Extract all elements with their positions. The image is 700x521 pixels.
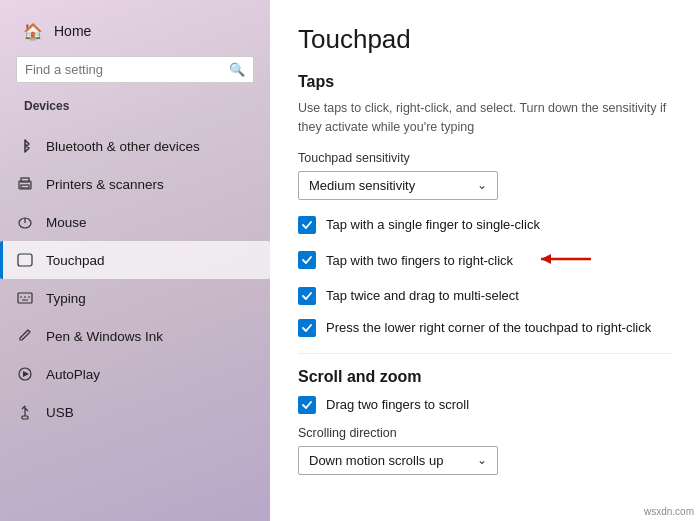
printer-icon [16, 175, 34, 193]
bluetooth-icon [16, 137, 34, 155]
sidebar-item-mouse[interactable]: Mouse [0, 203, 270, 241]
sidebar-item-label: Typing [46, 291, 86, 306]
section-divider [298, 353, 672, 354]
sidebar-item-autoplay[interactable]: AutoPlay [0, 355, 270, 393]
scroll-section-title: Scroll and zoom [298, 368, 672, 386]
sensitivity-dropdown[interactable]: Medium sensitivity ⌄ [298, 171, 498, 200]
checkbox-two-fingers-box[interactable] [298, 251, 316, 269]
usb-icon [16, 403, 34, 421]
sidebar: 🏠 Home 🔍 Devices Bluetooth & other devic… [0, 0, 270, 521]
checkbox-two-fingers-label: Tap with two fingers to right-click [326, 253, 513, 268]
home-icon: 🏠 [24, 22, 42, 40]
svg-rect-6 [18, 293, 32, 303]
search-icon: 🔍 [229, 62, 245, 77]
checkbox-lower-right-box[interactable] [298, 319, 316, 337]
sidebar-item-pen[interactable]: Pen & Windows Ink [0, 317, 270, 355]
sidebar-nav: Bluetooth & other devices Printers & sca… [0, 127, 270, 431]
sensitivity-label: Touchpad sensitivity [298, 151, 672, 165]
checkbox-drag-scroll-box[interactable] [298, 396, 316, 414]
red-arrow-annotation [533, 248, 593, 273]
sidebar-item-label: USB [46, 405, 74, 420]
svg-rect-5 [18, 254, 32, 266]
sidebar-item-label: Mouse [46, 215, 87, 230]
taps-description: Use taps to click, right-click, and sele… [298, 99, 672, 137]
autoplay-icon [16, 365, 34, 383]
page-title: Touchpad [298, 24, 672, 55]
sidebar-item-label: Touchpad [46, 253, 105, 268]
checkbox-lower-right-label: Press the lower right corner of the touc… [326, 320, 651, 335]
sidebar-item-usb[interactable]: USB [0, 393, 270, 431]
sidebar-item-typing[interactable]: Typing [0, 279, 270, 317]
checkbox-drag-scroll: Drag two fingers to scroll [298, 394, 672, 416]
watermark: wsxdn.com [644, 506, 694, 517]
sidebar-item-printers[interactable]: Printers & scanners [0, 165, 270, 203]
sidebar-item-bluetooth[interactable]: Bluetooth & other devices [0, 127, 270, 165]
chevron-down-icon-2: ⌄ [477, 453, 487, 467]
checkbox-tap-drag: Tap twice and drag to multi-select [298, 285, 672, 307]
checkbox-lower-right: Press the lower right corner of the touc… [298, 317, 672, 339]
sidebar-item-label: Bluetooth & other devices [46, 139, 200, 154]
mouse-icon [16, 213, 34, 231]
direction-dropdown[interactable]: Down motion scrolls up ⌄ [298, 446, 498, 475]
svg-rect-2 [21, 185, 29, 188]
sidebar-item-home[interactable]: 🏠 Home [16, 12, 254, 50]
home-label: Home [54, 23, 91, 39]
checkbox-single-finger: Tap with a single finger to single-click [298, 214, 672, 236]
checkbox-tap-drag-label: Tap twice and drag to multi-select [326, 288, 519, 303]
sidebar-item-label: Pen & Windows Ink [46, 329, 163, 344]
pen-icon [16, 327, 34, 345]
sidebar-item-touchpad[interactable]: Touchpad [0, 241, 270, 279]
checkbox-two-fingers: Tap with two fingers to right-click [298, 246, 672, 275]
checkbox-single-finger-label: Tap with a single finger to single-click [326, 217, 540, 232]
checkbox-drag-scroll-label: Drag two fingers to scroll [326, 397, 469, 412]
checkbox-tap-drag-box[interactable] [298, 287, 316, 305]
sensitivity-value: Medium sensitivity [309, 178, 415, 193]
search-box: 🔍 [16, 56, 254, 83]
touchpad-icon [16, 251, 34, 269]
main-content: Touchpad Taps Use taps to click, right-c… [270, 0, 700, 521]
taps-section-title: Taps [298, 73, 672, 91]
direction-label: Scrolling direction [298, 426, 672, 440]
svg-marker-18 [541, 254, 551, 264]
chevron-down-icon: ⌄ [477, 178, 487, 192]
sidebar-section-label: Devices [16, 95, 254, 119]
typing-icon [16, 289, 34, 307]
svg-marker-12 [23, 371, 29, 377]
direction-value: Down motion scrolls up [309, 453, 443, 468]
sidebar-item-label: AutoPlay [46, 367, 100, 382]
checkbox-single-finger-box[interactable] [298, 216, 316, 234]
search-input[interactable] [25, 62, 223, 77]
sidebar-item-label: Printers & scanners [46, 177, 164, 192]
svg-rect-14 [22, 416, 28, 419]
